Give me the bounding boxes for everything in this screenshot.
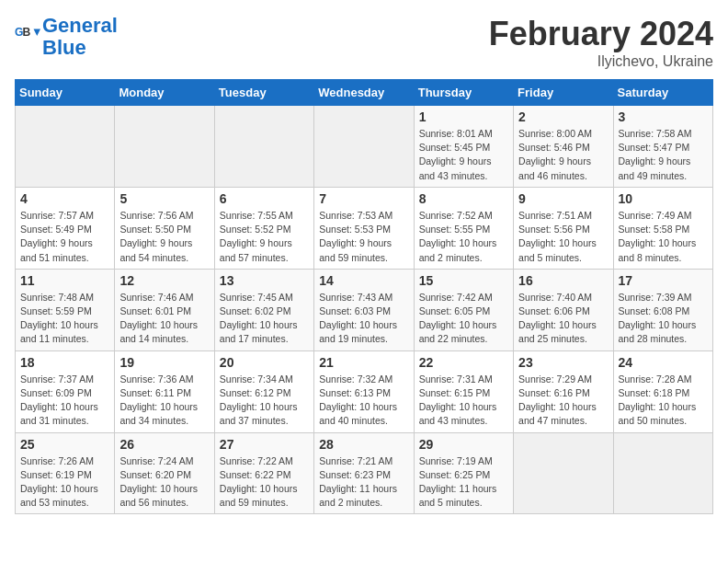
day-cell: 11Sunrise: 7:48 AMSunset: 5:59 PMDayligh… [16, 269, 115, 350]
logo-line1: General [42, 14, 118, 37]
day-info: Sunrise: 7:28 AMSunset: 6:18 PMDaylight:… [619, 373, 708, 429]
day-info: Sunrise: 7:26 AMSunset: 6:19 PMDaylight:… [20, 454, 109, 511]
day-cell: 22Sunrise: 7:31 AMSunset: 6:15 PMDayligh… [414, 350, 513, 432]
day-info: Sunrise: 7:42 AMSunset: 6:05 PMDaylight:… [419, 291, 508, 347]
day-number: 4 [20, 191, 109, 206]
day-info: Sunrise: 7:45 AMSunset: 6:02 PMDaylight:… [220, 291, 309, 347]
day-number: 14 [319, 273, 408, 288]
calendar-title: February 2024 [489, 15, 713, 53]
day-number: 2 [518, 109, 608, 124]
day-cell: 3Sunrise: 7:58 AMSunset: 5:47 PMDaylight… [613, 106, 712, 188]
day-cell [115, 106, 214, 188]
svg-text:B: B [22, 26, 30, 39]
week-row-2: 4Sunrise: 7:57 AMSunset: 5:49 PMDaylight… [16, 187, 713, 269]
logo: G B General Blue [15, 15, 118, 59]
day-cell [613, 432, 712, 514]
day-info: Sunrise: 7:43 AMSunset: 6:03 PMDaylight:… [319, 291, 408, 347]
day-cell: 6Sunrise: 7:55 AMSunset: 5:52 PMDaylight… [214, 187, 313, 269]
calendar-table: SundayMondayTuesdayWednesdayThursdayFrid… [15, 79, 713, 514]
day-cell: 23Sunrise: 7:29 AMSunset: 6:16 PMDayligh… [514, 350, 613, 432]
day-info: Sunrise: 7:56 AMSunset: 5:50 PMDaylight:… [119, 209, 209, 265]
day-info: Sunrise: 7:29 AMSunset: 6:16 PMDaylight:… [518, 373, 608, 429]
day-number: 27 [220, 437, 309, 452]
day-number: 9 [518, 191, 608, 206]
day-cell: 7Sunrise: 7:53 AMSunset: 5:53 PMDaylight… [314, 187, 414, 269]
day-info: Sunrise: 7:34 AMSunset: 6:12 PMDaylight:… [220, 373, 309, 429]
day-cell: 5Sunrise: 7:56 AMSunset: 5:50 PMDaylight… [115, 187, 214, 269]
day-number: 12 [119, 273, 209, 288]
day-cell: 24Sunrise: 7:28 AMSunset: 6:18 PMDayligh… [613, 350, 712, 432]
day-number: 15 [419, 273, 508, 288]
day-cell: 15Sunrise: 7:42 AMSunset: 6:05 PMDayligh… [414, 269, 513, 350]
day-cell: 27Sunrise: 7:22 AMSunset: 6:22 PMDayligh… [214, 432, 313, 514]
day-cell: 9Sunrise: 7:51 AMSunset: 5:56 PMDaylight… [514, 187, 613, 269]
day-cell: 18Sunrise: 7:37 AMSunset: 6:09 PMDayligh… [16, 350, 115, 432]
day-info: Sunrise: 7:55 AMSunset: 5:52 PMDaylight:… [220, 209, 309, 265]
day-info: Sunrise: 7:53 AMSunset: 5:53 PMDaylight:… [319, 209, 408, 265]
day-info: Sunrise: 7:32 AMSunset: 6:13 PMDaylight:… [319, 373, 408, 429]
day-cell: 4Sunrise: 7:57 AMSunset: 5:49 PMDaylight… [16, 187, 115, 269]
day-number: 18 [20, 355, 109, 370]
day-number: 29 [419, 437, 508, 452]
day-info: Sunrise: 7:39 AMSunset: 6:08 PMDaylight:… [619, 291, 708, 347]
day-info: Sunrise: 7:51 AMSunset: 5:56 PMDaylight:… [518, 209, 608, 265]
weekday-header-thursday: Thursday [414, 80, 513, 106]
day-info: Sunrise: 7:22 AMSunset: 6:22 PMDaylight:… [220, 454, 309, 511]
day-number: 17 [619, 273, 708, 288]
svg-marker-2 [34, 29, 40, 36]
day-number: 25 [20, 437, 109, 452]
day-number: 7 [319, 191, 408, 206]
day-cell: 20Sunrise: 7:34 AMSunset: 6:12 PMDayligh… [214, 350, 313, 432]
day-cell: 12Sunrise: 7:46 AMSunset: 6:01 PMDayligh… [115, 269, 214, 350]
day-info: Sunrise: 8:01 AMSunset: 5:45 PMDaylight:… [419, 127, 508, 183]
day-cell: 8Sunrise: 7:52 AMSunset: 5:55 PMDaylight… [414, 187, 513, 269]
weekday-header-wednesday: Wednesday [314, 80, 414, 106]
day-number: 28 [319, 437, 408, 452]
day-cell: 19Sunrise: 7:36 AMSunset: 6:11 PMDayligh… [115, 350, 214, 432]
day-cell [314, 106, 414, 188]
day-cell [514, 432, 613, 514]
day-number: 8 [419, 191, 508, 206]
day-info: Sunrise: 7:24 AMSunset: 6:20 PMDaylight:… [119, 454, 209, 511]
week-row-5: 25Sunrise: 7:26 AMSunset: 6:19 PMDayligh… [16, 432, 713, 514]
week-row-4: 18Sunrise: 7:37 AMSunset: 6:09 PMDayligh… [16, 350, 713, 432]
logo-icon: G B [15, 24, 40, 50]
day-info: Sunrise: 7:46 AMSunset: 6:01 PMDaylight:… [119, 291, 209, 347]
day-number: 11 [20, 273, 109, 288]
day-cell [16, 106, 115, 188]
day-info: Sunrise: 7:40 AMSunset: 6:06 PMDaylight:… [518, 291, 608, 347]
day-info: Sunrise: 7:19 AMSunset: 6:25 PMDaylight:… [419, 454, 508, 511]
day-info: Sunrise: 7:21 AMSunset: 6:23 PMDaylight:… [319, 454, 408, 511]
day-number: 22 [419, 355, 508, 370]
day-info: Sunrise: 7:36 AMSunset: 6:11 PMDaylight:… [119, 373, 209, 429]
day-info: Sunrise: 7:31 AMSunset: 6:15 PMDaylight:… [419, 373, 508, 429]
day-number: 3 [619, 109, 708, 124]
day-info: Sunrise: 7:58 AMSunset: 5:47 PMDaylight:… [619, 127, 708, 183]
day-number: 1 [419, 109, 508, 124]
day-number: 23 [518, 355, 608, 370]
day-cell: 25Sunrise: 7:26 AMSunset: 6:19 PMDayligh… [16, 432, 115, 514]
day-number: 24 [619, 355, 708, 370]
day-number: 16 [518, 273, 608, 288]
weekday-header-tuesday: Tuesday [214, 80, 313, 106]
day-number: 6 [220, 191, 309, 206]
week-row-3: 11Sunrise: 7:48 AMSunset: 5:59 PMDayligh… [16, 269, 713, 350]
day-number: 21 [319, 355, 408, 370]
day-info: Sunrise: 7:37 AMSunset: 6:09 PMDaylight:… [20, 373, 109, 429]
day-info: Sunrise: 7:49 AMSunset: 5:58 PMDaylight:… [619, 209, 708, 265]
day-info: Sunrise: 7:52 AMSunset: 5:55 PMDaylight:… [419, 209, 508, 265]
logo-line2: Blue [42, 36, 86, 59]
day-number: 19 [119, 355, 209, 370]
weekday-header-monday: Monday [115, 80, 214, 106]
weekday-header-friday: Friday [514, 80, 613, 106]
day-number: 10 [619, 191, 708, 206]
day-cell: 1Sunrise: 8:01 AMSunset: 5:45 PMDaylight… [414, 106, 513, 188]
day-cell: 10Sunrise: 7:49 AMSunset: 5:58 PMDayligh… [613, 187, 712, 269]
day-cell: 17Sunrise: 7:39 AMSunset: 6:08 PMDayligh… [613, 269, 712, 350]
day-number: 13 [220, 273, 309, 288]
calendar-subtitle: Ilyichevo, Ukraine [489, 53, 713, 70]
day-cell: 16Sunrise: 7:40 AMSunset: 6:06 PMDayligh… [514, 269, 613, 350]
day-number: 20 [220, 355, 309, 370]
weekday-header-sunday: Sunday [16, 80, 115, 106]
day-info: Sunrise: 7:48 AMSunset: 5:59 PMDaylight:… [20, 291, 109, 347]
